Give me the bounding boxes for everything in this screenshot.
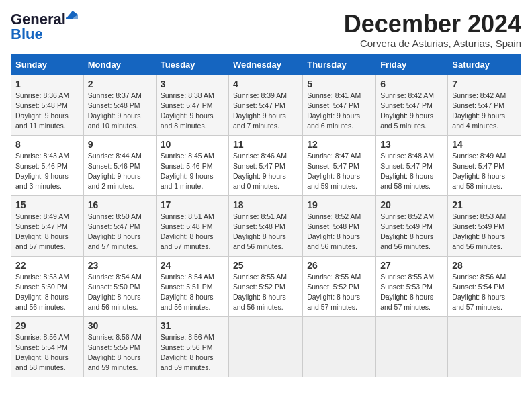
day-info: Sunrise: 8:37 AMSunset: 5:48 PMDaylight:… [88, 91, 142, 130]
calendar-cell: 18 Sunrise: 8:51 AMSunset: 5:48 PMDaylig… [229, 195, 303, 256]
day-number: 26 [307, 260, 371, 271]
calendar-cell [376, 316, 448, 377]
day-info: Sunrise: 8:41 AMSunset: 5:47 PMDaylight:… [307, 91, 361, 130]
day-number: 3 [161, 79, 224, 89]
day-info: Sunrise: 8:56 AMSunset: 5:54 PMDaylight:… [15, 333, 69, 372]
week-row-4: 22 Sunrise: 8:53 AMSunset: 5:50 PMDaylig… [11, 256, 521, 316]
day-info: Sunrise: 8:47 AMSunset: 5:47 PMDaylight:… [307, 152, 361, 191]
day-number: 8 [15, 139, 79, 150]
day-info: Sunrise: 8:54 AMSunset: 5:51 PMDaylight:… [161, 273, 214, 312]
calendar-cell: 2 Sunrise: 8:37 AMSunset: 5:48 PMDayligh… [83, 75, 156, 135]
calendar-cell: 29 Sunrise: 8:56 AMSunset: 5:54 PMDaylig… [11, 316, 84, 377]
day-number: 11 [233, 139, 298, 150]
day-info: Sunrise: 8:51 AMSunset: 5:48 PMDaylight:… [233, 212, 287, 251]
calendar-cell: 23 Sunrise: 8:54 AMSunset: 5:50 PMDaylig… [83, 256, 156, 316]
weekday-header-saturday: Saturday [448, 54, 521, 75]
calendar-cell: 14 Sunrise: 8:49 AMSunset: 5:47 PMDaylig… [448, 135, 521, 195]
day-number: 14 [452, 139, 517, 150]
calendar-cell: 5 Sunrise: 8:41 AMSunset: 5:47 PMDayligh… [303, 75, 376, 135]
day-info: Sunrise: 8:48 AMSunset: 5:47 PMDaylight:… [380, 152, 434, 191]
calendar-cell: 21 Sunrise: 8:53 AMSunset: 5:49 PMDaylig… [448, 195, 521, 256]
week-row-3: 15 Sunrise: 8:49 AMSunset: 5:47 PMDaylig… [11, 195, 521, 256]
calendar-cell: 30 Sunrise: 8:56 AMSunset: 5:55 PMDaylig… [83, 316, 156, 377]
day-info: Sunrise: 8:46 AMSunset: 5:47 PMDaylight:… [233, 152, 287, 191]
calendar-cell: 8 Sunrise: 8:43 AMSunset: 5:46 PMDayligh… [11, 135, 84, 195]
day-number: 28 [452, 260, 517, 271]
page-header: General Blue December 2024 Corvera de As… [11, 11, 521, 49]
day-number: 2 [88, 79, 152, 89]
day-number: 27 [380, 260, 443, 271]
day-number: 22 [15, 260, 79, 271]
calendar-cell: 19 Sunrise: 8:52 AMSunset: 5:48 PMDaylig… [303, 195, 376, 256]
logo: General Blue [11, 11, 66, 43]
calendar-cell: 25 Sunrise: 8:55 AMSunset: 5:52 PMDaylig… [229, 256, 303, 316]
day-info: Sunrise: 8:45 AMSunset: 5:46 PMDaylight:… [161, 152, 214, 191]
day-number: 25 [233, 260, 298, 271]
day-number: 13 [380, 139, 443, 150]
day-info: Sunrise: 8:42 AMSunset: 5:47 PMDaylight:… [380, 91, 434, 130]
day-info: Sunrise: 8:53 AMSunset: 5:49 PMDaylight:… [452, 212, 506, 251]
day-number: 21 [452, 199, 517, 210]
calendar-cell: 4 Sunrise: 8:39 AMSunset: 5:47 PMDayligh… [229, 75, 303, 135]
day-number: 29 [15, 320, 79, 331]
day-number: 12 [307, 139, 371, 150]
calendar-cell: 26 Sunrise: 8:55 AMSunset: 5:52 PMDaylig… [303, 256, 376, 316]
calendar-cell: 17 Sunrise: 8:51 AMSunset: 5:48 PMDaylig… [156, 195, 228, 256]
calendar-cell [448, 316, 521, 377]
calendar-cell: 13 Sunrise: 8:48 AMSunset: 5:47 PMDaylig… [376, 135, 448, 195]
day-number: 4 [233, 79, 298, 89]
day-info: Sunrise: 8:43 AMSunset: 5:46 PMDaylight:… [15, 152, 69, 191]
calendar-cell: 11 Sunrise: 8:46 AMSunset: 5:47 PMDaylig… [229, 135, 303, 195]
weekday-header-tuesday: Tuesday [156, 54, 228, 75]
day-info: Sunrise: 8:56 AMSunset: 5:55 PMDaylight:… [88, 333, 142, 372]
day-number: 16 [88, 199, 152, 210]
day-number: 30 [88, 320, 152, 331]
day-number: 20 [380, 199, 443, 210]
calendar-cell [229, 316, 303, 377]
calendar-cell: 7 Sunrise: 8:42 AMSunset: 5:47 PMDayligh… [448, 75, 521, 135]
calendar-cell: 10 Sunrise: 8:45 AMSunset: 5:46 PMDaylig… [156, 135, 228, 195]
day-number: 5 [307, 79, 371, 89]
day-number: 23 [88, 260, 152, 271]
day-info: Sunrise: 8:44 AMSunset: 5:46 PMDaylight:… [88, 152, 142, 191]
calendar-cell: 15 Sunrise: 8:49 AMSunset: 5:47 PMDaylig… [11, 195, 84, 256]
day-number: 17 [161, 199, 224, 210]
logo-icon [63, 9, 78, 21]
weekday-header-monday: Monday [83, 54, 156, 75]
title-block: December 2024 Corvera de Asturias, Astur… [344, 11, 521, 49]
day-number: 6 [380, 79, 443, 89]
day-number: 7 [452, 79, 517, 89]
week-row-2: 8 Sunrise: 8:43 AMSunset: 5:46 PMDayligh… [11, 135, 521, 195]
day-number: 19 [307, 199, 371, 210]
day-number: 31 [161, 320, 224, 331]
day-number: 9 [88, 139, 152, 150]
calendar-cell: 20 Sunrise: 8:52 AMSunset: 5:49 PMDaylig… [376, 195, 448, 256]
weekday-header-row: SundayMondayTuesdayWednesdayThursdayFrid… [11, 54, 521, 75]
location: Corvera de Asturias, Asturias, Spain [344, 38, 521, 49]
day-info: Sunrise: 8:55 AMSunset: 5:52 PMDaylight:… [233, 273, 287, 312]
month-title: December 2024 [344, 11, 521, 38]
calendar-cell: 1 Sunrise: 8:36 AMSunset: 5:48 PMDayligh… [11, 75, 84, 135]
calendar-table: SundayMondayTuesdayWednesdayThursdayFrid… [11, 54, 521, 377]
day-info: Sunrise: 8:49 AMSunset: 5:47 PMDaylight:… [452, 152, 506, 191]
day-info: Sunrise: 8:39 AMSunset: 5:47 PMDaylight:… [233, 91, 287, 130]
calendar-cell: 24 Sunrise: 8:54 AMSunset: 5:51 PMDaylig… [156, 256, 228, 316]
calendar-cell: 31 Sunrise: 8:56 AMSunset: 5:56 PMDaylig… [156, 316, 228, 377]
day-info: Sunrise: 8:54 AMSunset: 5:50 PMDaylight:… [88, 273, 142, 312]
day-info: Sunrise: 8:42 AMSunset: 5:47 PMDaylight:… [452, 91, 506, 130]
day-info: Sunrise: 8:52 AMSunset: 5:48 PMDaylight:… [307, 212, 361, 251]
day-info: Sunrise: 8:50 AMSunset: 5:47 PMDaylight:… [88, 212, 142, 251]
weekday-header-friday: Friday [376, 54, 448, 75]
day-info: Sunrise: 8:55 AMSunset: 5:52 PMDaylight:… [307, 273, 361, 312]
weekday-header-sunday: Sunday [11, 54, 84, 75]
calendar-cell: 3 Sunrise: 8:38 AMSunset: 5:47 PMDayligh… [156, 75, 228, 135]
day-info: Sunrise: 8:38 AMSunset: 5:47 PMDaylight:… [161, 91, 214, 130]
calendar-cell [303, 316, 376, 377]
calendar-cell: 27 Sunrise: 8:55 AMSunset: 5:53 PMDaylig… [376, 256, 448, 316]
day-number: 10 [161, 139, 224, 150]
day-info: Sunrise: 8:53 AMSunset: 5:50 PMDaylight:… [15, 273, 69, 312]
weekday-header-thursday: Thursday [303, 54, 376, 75]
weekday-header-wednesday: Wednesday [229, 54, 303, 75]
day-info: Sunrise: 8:56 AMSunset: 5:54 PMDaylight:… [452, 273, 506, 312]
day-info: Sunrise: 8:49 AMSunset: 5:47 PMDaylight:… [15, 212, 69, 251]
